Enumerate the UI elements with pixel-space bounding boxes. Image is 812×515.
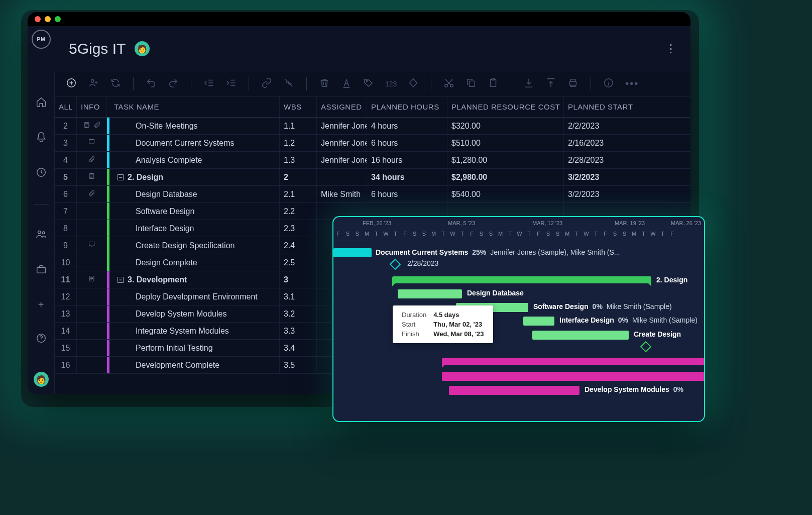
gantt-bar[interactable]	[523, 317, 554, 326]
traffic-zoom-icon[interactable]	[55, 16, 61, 22]
hours-cell: 34 hours	[367, 169, 447, 185]
traffic-close-icon[interactable]	[35, 16, 41, 22]
timeline-day-label: W	[648, 231, 658, 239]
wbs-cell: 2.2	[280, 203, 317, 220]
collapse-toggle-icon[interactable]: −	[118, 277, 124, 283]
traffic-minimize-icon[interactable]	[45, 16, 51, 22]
col-hours-header[interactable]: PLANNED HOURS	[367, 96, 447, 117]
user-avatar-icon[interactable]: 🧑	[34, 372, 49, 387]
header-more-icon[interactable]: ⋮	[665, 42, 676, 55]
col-all-header[interactable]: ALL	[55, 96, 77, 117]
collapse-toggle-icon[interactable]: −	[118, 174, 124, 180]
add-icon[interactable]: +	[38, 299, 44, 311]
people-icon[interactable]	[36, 229, 47, 242]
row-info	[77, 169, 107, 185]
gantt-bar[interactable]	[333, 248, 372, 257]
timeline-day-label: F	[467, 231, 477, 239]
category-stripe	[107, 186, 109, 202]
table-row[interactable]: 2On-Site Meetings1.1Jennifer Jones4 hour…	[55, 118, 690, 135]
category-stripe	[107, 254, 109, 271]
row-info	[77, 254, 107, 271]
category-stripe	[107, 237, 109, 254]
cut-icon[interactable]	[443, 77, 454, 90]
row-info	[77, 288, 107, 305]
add-task-button[interactable]	[66, 77, 77, 90]
clip-icon	[88, 155, 95, 165]
chat-icon	[88, 241, 95, 250]
project-avatar-icon[interactable]: 🧑	[135, 41, 150, 56]
gantt-bar[interactable]	[442, 358, 705, 365]
export-icon[interactable]	[545, 77, 556, 90]
gantt-bar[interactable]	[442, 372, 705, 381]
table-row[interactable]: 4Analysis Complete1.3Jennifer Jones16 ho…	[55, 152, 690, 169]
table-row[interactable]: 3Document Current Systems1.2Jennifer Jon…	[55, 135, 690, 152]
task-name-cell[interactable]: Deploy Development Environment	[107, 288, 280, 305]
gantt-bar[interactable]	[449, 386, 579, 395]
import-icon[interactable]	[523, 77, 534, 90]
copy-icon[interactable]	[466, 77, 477, 90]
milestone-icon[interactable]	[408, 77, 419, 90]
col-start-header[interactable]: PLANNED START	[564, 96, 634, 117]
paste-icon[interactable]	[488, 77, 499, 90]
svg-point-1	[38, 231, 41, 234]
col-assigned-header[interactable]: ASSIGNED	[317, 96, 367, 117]
table-row[interactable]: 6Design Database2.1Mike Smith6 hours$540…	[55, 186, 690, 203]
gantt-bar[interactable]	[398, 289, 462, 298]
task-name-cell[interactable]: −3. Development	[107, 271, 280, 288]
task-name-cell[interactable]: Analysis Complete	[107, 152, 280, 168]
task-name-cell[interactable]: Design Database	[107, 186, 280, 202]
home-icon[interactable]	[36, 96, 47, 110]
task-name-cell[interactable]: Interface Design	[107, 220, 280, 237]
assign-icon[interactable]	[88, 77, 99, 90]
note-icon	[88, 172, 95, 182]
category-stripe	[107, 271, 109, 288]
task-name-cell[interactable]: Develop System Modules	[107, 305, 280, 322]
col-task-header[interactable]: TASK NAME	[107, 96, 280, 117]
refresh-icon[interactable]	[110, 77, 121, 90]
outdent-icon[interactable]	[203, 77, 214, 90]
text-style-icon[interactable]	[341, 77, 352, 90]
timeline-day-label: S	[486, 231, 496, 239]
task-name-label: On-Site Meetings	[136, 122, 198, 131]
unlink-icon[interactable]	[283, 77, 294, 90]
delete-icon[interactable]	[319, 77, 330, 90]
col-cost-header[interactable]: PLANNED RESOURCE COST	[447, 96, 564, 117]
timeline-day-label: F	[534, 231, 543, 239]
task-name-cell[interactable]: On-Site Meetings	[107, 118, 280, 134]
task-name-cell[interactable]: Development Complete	[107, 357, 280, 373]
gantt-bar-label: Create Design	[634, 330, 681, 338]
task-name-cell[interactable]: Design Complete	[107, 254, 280, 271]
table-row[interactable]: 5−2. Design234 hours$2,980.003/2/2023	[55, 169, 690, 186]
undo-icon[interactable]	[146, 77, 157, 90]
bell-icon[interactable]	[36, 132, 47, 145]
info-icon[interactable]	[603, 77, 614, 90]
briefcase-icon[interactable]	[36, 264, 47, 277]
gantt-timeline-header: FEB, 26 '23MAR, 5 '23MAR, 12 '23MAR, 19 …	[333, 217, 704, 241]
assigned-cell	[317, 169, 367, 185]
task-name-cell[interactable]: Integrate System Modules	[107, 323, 280, 339]
milestone-diamond-icon[interactable]	[640, 341, 652, 353]
more-icon[interactable]: •••	[625, 78, 639, 89]
toolbar: 123 •••	[55, 71, 690, 96]
clock-icon[interactable]	[36, 167, 47, 180]
task-name-cell[interactable]: Create Design Specification	[107, 237, 280, 254]
gantt-body[interactable]: Document Current Systems 25% Jennifer Jo…	[333, 241, 704, 422]
gantt-bar[interactable]	[532, 331, 629, 340]
indent-icon[interactable]	[225, 77, 237, 90]
col-wbs-header[interactable]: WBS	[280, 96, 317, 117]
task-name-cell[interactable]: −2. Design	[107, 169, 280, 185]
task-name-cell[interactable]: Perform Initial Testing	[107, 340, 280, 356]
link-icon[interactable]	[261, 77, 272, 90]
task-name-cell[interactable]: Software Design	[107, 203, 280, 220]
milestone-diamond-icon[interactable]	[390, 259, 401, 270]
timeline-day-label: T	[658, 231, 667, 239]
tag-icon[interactable]	[363, 77, 374, 90]
col-info-header[interactable]: INFO	[77, 96, 107, 117]
timeline-month-label: FEB, 26 '23	[363, 220, 391, 226]
redo-icon[interactable]	[168, 77, 179, 90]
task-name-cell[interactable]: Document Current Systems	[107, 135, 280, 151]
gantt-bar[interactable]	[392, 276, 651, 283]
help-icon[interactable]	[36, 333, 47, 346]
tooltip-start-label: Start	[399, 320, 429, 329]
print-icon[interactable]	[567, 77, 578, 90]
